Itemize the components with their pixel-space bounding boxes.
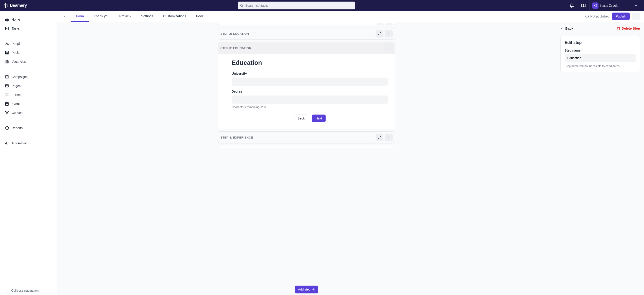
tasks-icon [5, 26, 9, 30]
svg-rect-13 [6, 102, 8, 106]
brand-logo[interactable]: Beamery [3, 3, 27, 8]
search-input[interactable] [238, 2, 355, 10]
svg-line-1 [242, 6, 243, 7]
svg-point-24 [636, 16, 636, 16]
publish-button[interactable]: Publish [612, 12, 630, 20]
global-search [238, 2, 355, 10]
sidebar-item-label: Pools [12, 51, 20, 54]
sidebar-item-tasks[interactable]: Tasks [0, 24, 57, 33]
field-university: University [232, 72, 388, 86]
sidebar-item-pools[interactable]: Pools [0, 48, 57, 57]
svg-point-31 [388, 47, 389, 47]
required-indicator: * [582, 49, 582, 52]
expand-step-button[interactable] [376, 134, 383, 141]
add-step-button[interactable]: Add step [295, 286, 318, 294]
sidebar-item-events[interactable]: Events [0, 99, 57, 108]
more-vertical-icon [387, 136, 390, 139]
svg-line-35 [378, 138, 379, 138]
tab-customizations[interactable]: Customizations [158, 11, 191, 22]
panel-back-label: Back [565, 26, 573, 30]
step-name-helper: Step name will not be visible to candida… [564, 64, 636, 68]
svg-rect-7 [6, 61, 9, 63]
delete-step-button[interactable]: Delete Step [617, 26, 640, 30]
tab-thank-you[interactable]: Thank you [89, 11, 114, 22]
sidebar-item-label: Home [12, 18, 20, 21]
pools-icon [5, 51, 9, 55]
funnel-icon [5, 111, 9, 115]
expand-step-button[interactable] [376, 30, 383, 38]
header-more-button[interactable] [632, 12, 640, 20]
sidebar-item-people[interactable]: People [0, 39, 57, 48]
svg-point-30 [388, 34, 389, 35]
tab-pool[interactable]: Pool [191, 11, 208, 22]
svg-line-34 [380, 136, 380, 137]
char-remaining: Characters remaining: 250 [232, 105, 388, 109]
top-bar: Beamery KZ Kasia Zydek [0, 0, 644, 11]
svg-point-28 [388, 32, 389, 33]
more-vertical-icon [634, 14, 638, 18]
sidebar-item-label: People [12, 42, 22, 46]
sidebar-item-label: Vacancies [12, 60, 26, 64]
svg-point-0 [240, 4, 242, 6]
form-canvas[interactable]: STEP 2: LOCATION [57, 22, 556, 295]
add-step-bar: Add step [57, 284, 556, 295]
lightning-icon [5, 141, 9, 145]
status-text: Not published [590, 14, 610, 18]
publish-status: Not published [585, 14, 610, 18]
forms-icon [5, 93, 9, 97]
collapse-nav-button[interactable]: Collapse navigation [0, 286, 57, 295]
notifications-button[interactable] [566, 0, 578, 11]
section-heading: Education [232, 59, 388, 66]
step-name-input[interactable] [564, 54, 636, 62]
panel-back-button[interactable]: Back [560, 26, 573, 30]
tab-form[interactable]: Form [71, 11, 89, 22]
sidebar-item-home[interactable]: Home [0, 15, 57, 24]
briefcase-icon [5, 60, 9, 64]
tab-preview[interactable]: Preview [114, 11, 136, 22]
tab-settings[interactable]: Settings [136, 11, 158, 22]
header-back-button[interactable] [61, 13, 68, 20]
chevron-down-icon [634, 4, 638, 7]
svg-point-38 [388, 138, 389, 138]
step-title: STEP 3: EDUCATION [220, 46, 251, 50]
sidebar-item-label: Campaigns [12, 75, 28, 79]
user-menu[interactable]: KZ Kasia Zydek [589, 0, 641, 11]
sidebar-item-convert[interactable]: Convert [0, 108, 57, 117]
field-label: Degree [232, 90, 388, 93]
calendar-icon [5, 102, 9, 106]
search-icon [240, 4, 244, 8]
step-name-label: Step name [564, 49, 580, 52]
step-more-button[interactable] [385, 134, 393, 141]
trash-icon [617, 27, 620, 30]
svg-line-26 [380, 32, 380, 34]
sidebar-item-pages[interactable]: Pages [0, 81, 57, 90]
degree-input[interactable] [232, 96, 388, 104]
svg-point-36 [388, 136, 389, 137]
book-open-icon [581, 3, 586, 8]
sidebar-item-automation[interactable]: Automation [0, 139, 57, 148]
sidebar-item-forms[interactable]: Forms [0, 90, 57, 99]
brand-name: Beamery [10, 3, 27, 8]
topbar-right: KZ Kasia Zydek [566, 0, 641, 11]
university-input[interactable] [232, 78, 388, 86]
form-back-button[interactable]: Back [294, 114, 308, 122]
sidebar-item-reports[interactable]: Reports [0, 124, 57, 132]
sidebar-item-vacancies[interactable]: Vacancies [0, 57, 57, 66]
svg-rect-8 [6, 84, 8, 87]
step-more-button[interactable] [385, 44, 393, 52]
svg-rect-4 [6, 51, 8, 52]
collapse-nav-label: Collapse navigation [11, 289, 38, 292]
user-name: Kasia Zydek [600, 4, 618, 8]
edit-step-panel: Back Delete Step Edit step Step name * S… [556, 22, 644, 295]
form-next-button[interactable]: Next [312, 114, 326, 122]
step-title: STEP 2: LOCATION [220, 32, 249, 36]
info-icon [585, 14, 589, 18]
plus-icon [312, 288, 315, 291]
step-more-button[interactable] [385, 30, 393, 38]
tab-label: Form [76, 14, 84, 18]
svg-point-32 [388, 48, 389, 48]
svg-point-23 [636, 15, 636, 16]
svg-point-3 [6, 42, 7, 44]
help-button[interactable] [578, 0, 589, 11]
sidebar-item-campaigns[interactable]: Campaigns [0, 72, 57, 81]
